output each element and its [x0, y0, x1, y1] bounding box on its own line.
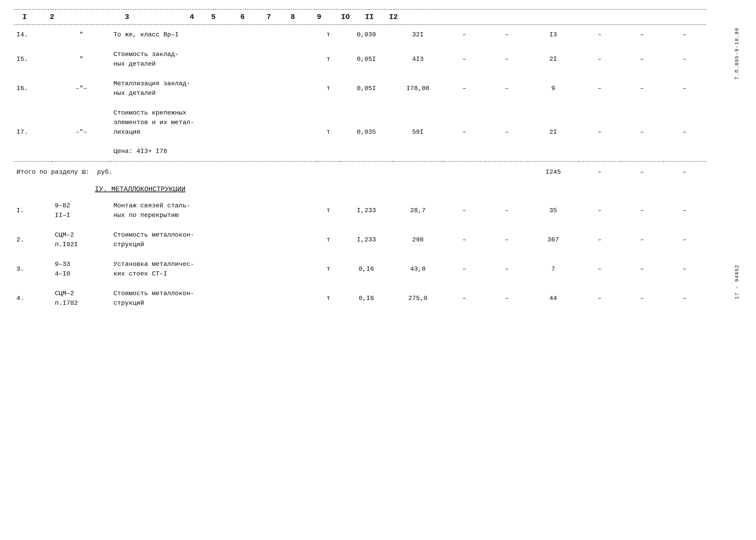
summary-v5 [340, 162, 393, 182]
row-v9: 367 [528, 225, 578, 254]
row-v10: – [578, 254, 621, 284]
section-title-text: IУ. МЕТАЛЛОКОНСТРУКЦИИ [95, 186, 186, 193]
col-header-1: I [14, 10, 36, 25]
row-unit: т [317, 45, 340, 74]
col-header-4: 4 [185, 10, 199, 25]
row-code: " [52, 25, 111, 45]
row-desc: Монтаж связей сталь-ных по перекрытию [111, 196, 317, 225]
table-row: I5. " Стоимость заклад-ных деталей т 0,0… [14, 45, 706, 74]
row-num: I5. [14, 45, 52, 74]
row-v6: 275,0 [393, 284, 443, 313]
row-desc: Стоимость металлокон-струкций [111, 225, 317, 254]
row-v7: – [443, 25, 486, 45]
row-v7: – [443, 45, 486, 74]
row-code: СЦМ–2п.I782 [52, 284, 111, 313]
row-v5: I,233 [340, 225, 393, 254]
sidebar-bottom-text: 17 – 94852 [734, 264, 740, 299]
summary-v9: I245 [528, 162, 578, 182]
table-row: 3. 9–334–I0 Установка металличес-ких сто… [14, 254, 706, 284]
row-v10: – [578, 45, 621, 74]
row-v6: I78,00 [393, 74, 443, 103]
row-v12: – [663, 196, 706, 225]
row-v6: 32I [393, 25, 443, 45]
row-v9: 7 [528, 254, 578, 284]
row-v9: 44 [528, 284, 578, 313]
table-row: I4. " То же, класс Вр–I т 0,039 32I – – … [14, 25, 706, 45]
row-v8: – [486, 45, 528, 74]
row-code: –"– [52, 74, 111, 103]
row-desc: Стоимость крепежныхэлементов и их метал-… [111, 103, 317, 161]
row-unit: т [317, 254, 340, 284]
row-v9: 2I [528, 103, 578, 161]
row-code: 9–82II–I [52, 196, 111, 225]
row-v7: – [443, 103, 486, 161]
row-v7: – [443, 254, 486, 284]
row-v8: – [486, 225, 528, 254]
row-v9: I3 [528, 25, 578, 45]
row-v10: – [578, 196, 621, 225]
col-header-8: 8 [281, 10, 305, 25]
row-v11: – [621, 225, 663, 254]
summary-v10: – [578, 162, 621, 182]
row-v5: 0,035 [340, 103, 393, 161]
col-header-6: 6 [228, 10, 257, 25]
table-row: I7. –"– Стоимость крепежныхэлементов и и… [14, 103, 706, 161]
row-unit: т [317, 284, 340, 313]
summary-label: Итого по разделу Ш: руб. [14, 162, 340, 182]
row-v8: – [486, 196, 528, 225]
row-v11: – [621, 45, 663, 74]
row-v6: 59I [393, 103, 443, 161]
row-unit: т [317, 225, 340, 254]
row-v11: – [621, 254, 663, 284]
row-v10: – [578, 103, 621, 161]
col-header-12: I2 [381, 10, 405, 25]
row-v8: – [486, 254, 528, 284]
row-unit: т [317, 103, 340, 161]
page-container: I 2 3 4 5 6 7 8 9 IO II I2 I4. " То же, … [14, 9, 742, 313]
column-headers: I 2 3 4 5 6 7 8 9 IO II I2 [14, 9, 706, 25]
summary-v11: – [621, 162, 663, 182]
summary-v7 [443, 162, 486, 182]
col-header-7: 7 [257, 10, 281, 25]
row-num: 4. [14, 284, 52, 313]
row-v11: – [621, 74, 663, 103]
row-v9: 2I [528, 45, 578, 74]
row-v12: – [663, 45, 706, 74]
row-v5: 0,039 [340, 25, 393, 45]
col-header-9: 9 [305, 10, 333, 25]
table-row: 2. СЦМ–2п.I92I Стоимость металлокон-стру… [14, 225, 706, 254]
row-v7: – [443, 225, 486, 254]
row-v5: 0,I6 [340, 284, 393, 313]
summary-row: Итого по разделу Ш: руб. I245 – – – [14, 162, 706, 182]
sidebar-top-text: Т.П.805-9-18.86 [734, 28, 740, 79]
row-v12: – [663, 254, 706, 284]
row-v5: 0,05I [340, 45, 393, 74]
col-header-10: IO [333, 10, 358, 25]
row-v11: – [621, 284, 663, 313]
row-v6: 43,0 [393, 254, 443, 284]
summary-v8 [486, 162, 528, 182]
row-v11: – [621, 196, 663, 225]
row-desc: Установка металличес-ких стоек СТ–I [111, 254, 317, 284]
table-row: 4. СЦМ–2п.I782 Стоимость металлокон-стру… [14, 284, 706, 313]
row-v5: 0,05I [340, 74, 393, 103]
row-v12: – [663, 74, 706, 103]
row-num: 2. [14, 225, 52, 254]
row-unit: т [317, 196, 340, 225]
row-v10: – [578, 74, 621, 103]
summary-v6 [393, 162, 443, 182]
row-v8: – [486, 25, 528, 45]
row-v7: – [443, 196, 486, 225]
row-num: I6. [14, 74, 52, 103]
table-row: I6. –"– Металлизация заклад-ных деталей … [14, 74, 706, 103]
row-code: –"– [52, 103, 111, 161]
row-v12: – [663, 284, 706, 313]
col-header-5: 5 [199, 10, 228, 25]
row-desc: Стоимость металлокон-струкций [111, 284, 317, 313]
row-v11: – [621, 103, 663, 161]
row-num: I4. [14, 25, 52, 45]
row-v6: 28,7 [393, 196, 443, 225]
row-v6: 4I3 [393, 45, 443, 74]
row-code: СЦМ–2п.I92I [52, 225, 111, 254]
row-num: 3. [14, 254, 52, 284]
